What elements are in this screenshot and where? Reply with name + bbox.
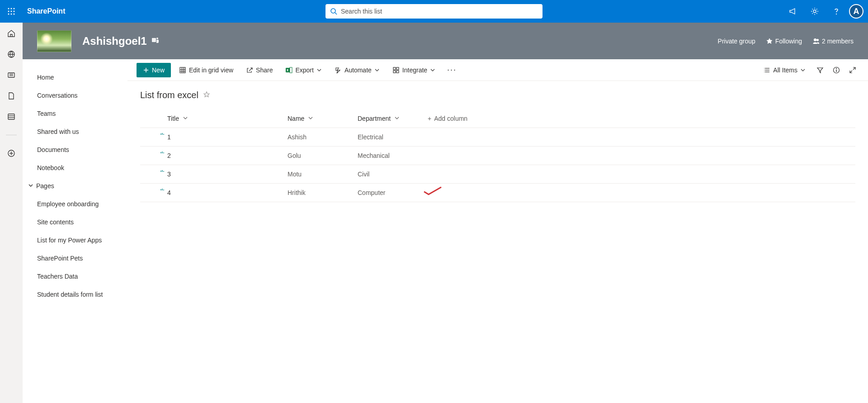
svg-point-9 <box>331 9 335 13</box>
nav-item-documents[interactable]: Documents <box>23 141 127 159</box>
svg-point-24 <box>156 38 158 39</box>
table-row[interactable]: 4HrithikComputer <box>140 184 855 202</box>
svg-point-1 <box>11 8 12 9</box>
cell-department: Mechanical <box>350 147 420 165</box>
excel-icon <box>285 66 292 74</box>
settings-button[interactable] <box>804 0 826 23</box>
integrate-icon <box>392 66 400 74</box>
list-icon <box>7 112 16 121</box>
nav-item-label: Pages <box>36 182 54 190</box>
table-row[interactable]: 3MotuCivil <box>140 165 855 184</box>
export-button[interactable]: Export <box>281 63 326 77</box>
chevron-down-icon <box>28 182 33 190</box>
rail-home-button[interactable] <box>7 29 16 38</box>
info-button[interactable] <box>830 63 843 77</box>
expand-button[interactable] <box>846 63 859 77</box>
nav-item-teams[interactable]: Teams <box>23 104 127 123</box>
cell-title[interactable]: 4 <box>140 184 280 202</box>
app-rail <box>0 23 23 403</box>
star-filled-icon <box>766 38 773 44</box>
nav-item-employee-onboarding[interactable]: Employee onboarding <box>23 195 127 213</box>
megaphone-icon <box>788 7 797 16</box>
chevron-down-icon <box>308 115 313 121</box>
cell-department: Electrical <box>350 128 420 147</box>
teams-icon[interactable] <box>151 36 160 46</box>
new-indicator-icon <box>160 151 165 156</box>
home-icon <box>7 29 16 38</box>
site-logo[interactable] <box>37 30 71 52</box>
search-input[interactable] <box>341 8 538 15</box>
nav-item-sharepoint-pets[interactable]: SharePoint Pets <box>23 249 127 267</box>
favorite-star-button[interactable] <box>203 91 210 100</box>
nav-item-notebook[interactable]: Notebook <box>23 159 127 177</box>
edit-grid-label: Edit in grid view <box>189 66 233 74</box>
main-content: New Edit in grid view Share Export <box>127 59 868 403</box>
app-launcher-button[interactable] <box>0 0 23 23</box>
chevron-down-icon <box>430 67 435 73</box>
rail-lists-button[interactable] <box>7 112 16 121</box>
more-commands-button[interactable]: ··· <box>443 65 460 75</box>
cell-empty <box>420 128 855 147</box>
sharepoint-list-table: Title Name Department <box>140 109 855 202</box>
user-avatar[interactable]: A <box>849 4 863 19</box>
rail-globe-button[interactable] <box>7 50 16 59</box>
rail-news-button[interactable] <box>7 71 16 80</box>
cell-name: Motu <box>280 165 350 184</box>
search-box[interactable] <box>326 4 542 19</box>
follow-button[interactable]: Following <box>766 38 802 45</box>
svg-point-6 <box>8 14 9 15</box>
column-header-title[interactable]: Title <box>140 109 280 128</box>
svg-line-10 <box>335 13 337 14</box>
new-button[interactable]: New <box>137 63 171 77</box>
view-switcher-button[interactable]: All Items <box>759 63 810 77</box>
table-row[interactable]: 2GoluMechanical <box>140 147 855 165</box>
cell-title[interactable]: 3 <box>140 165 280 184</box>
nav-item-site-contents[interactable]: Site contents <box>23 213 127 231</box>
filter-button[interactable] <box>814 63 826 77</box>
nav-item-teachers-data[interactable]: Teachers Data <box>23 267 127 285</box>
suite-header: SharePoint A <box>0 0 868 23</box>
svg-rect-37 <box>396 67 399 70</box>
svg-point-4 <box>11 11 12 12</box>
info-icon <box>833 66 840 74</box>
svg-rect-14 <box>8 73 14 77</box>
automate-label: Automate <box>344 66 372 74</box>
chevron-down-icon <box>800 67 806 73</box>
rail-create-button[interactable] <box>7 149 16 158</box>
filter-icon <box>816 66 824 74</box>
table-row[interactable]: 1AshishElectrical <box>140 128 855 147</box>
cell-title[interactable]: 2 <box>140 147 280 165</box>
rail-divider <box>6 135 17 135</box>
rail-files-button[interactable] <box>7 91 16 100</box>
list-area: List from excel Title <box>127 81 868 211</box>
cell-name: Hrithik <box>280 184 350 202</box>
site-title[interactable]: Ashishgoel1 <box>82 35 147 47</box>
share-button[interactable]: Share <box>241 63 277 77</box>
svg-point-48 <box>836 68 837 69</box>
add-column-button[interactable]: +Add column <box>420 109 855 128</box>
edit-in-grid-button[interactable]: Edit in grid view <box>175 63 238 77</box>
members-button[interactable]: 2 members <box>813 38 854 45</box>
column-header-department[interactable]: Department <box>350 109 420 128</box>
column-header-name[interactable]: Name <box>280 109 350 128</box>
cell-empty <box>420 184 855 202</box>
product-name[interactable]: SharePoint <box>27 7 65 15</box>
cell-empty <box>420 147 855 165</box>
megaphone-button[interactable] <box>782 0 804 23</box>
svg-point-8 <box>14 14 15 15</box>
nav-item-label: Notebook <box>37 164 64 171</box>
svg-point-0 <box>8 8 9 9</box>
flow-icon <box>335 66 342 74</box>
nav-item-pages[interactable]: Pages <box>23 177 127 195</box>
help-button[interactable] <box>826 0 847 23</box>
nav-item-student-details-form-list[interactable]: Student details form list <box>23 285 127 303</box>
nav-item-conversations[interactable]: Conversations <box>23 86 127 104</box>
integrate-button[interactable]: Integrate <box>388 63 440 77</box>
site-left-nav[interactable]: HomeConversationsTeamsShared with usDocu… <box>23 59 127 403</box>
nav-item-shared-with-us[interactable]: Shared with us <box>23 123 127 141</box>
nav-item-home[interactable]: Home <box>23 68 127 86</box>
nav-item-list-for-my-power-apps[interactable]: List for my Power Apps <box>23 231 127 249</box>
nav-item-label: Student details form list <box>37 291 103 298</box>
automate-button[interactable]: Automate <box>330 63 384 77</box>
cell-title[interactable]: 1 <box>140 128 280 147</box>
